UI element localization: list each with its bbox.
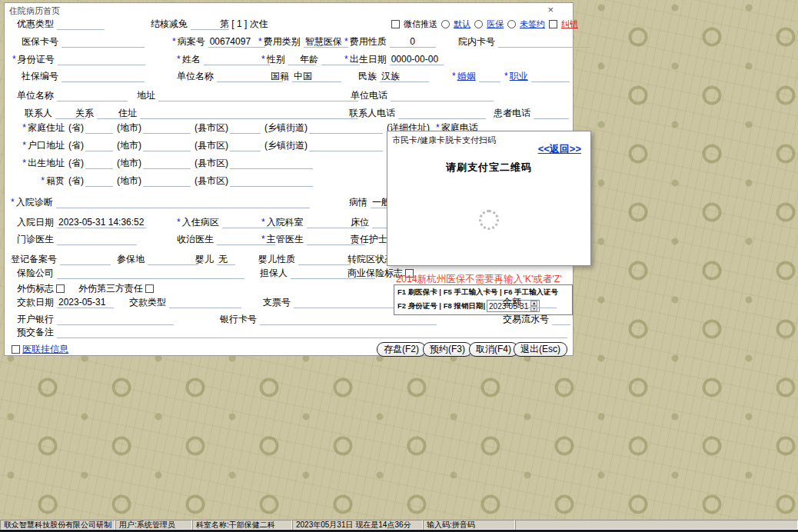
province-annotation: (省) [68,175,84,187]
bank-name-input[interactable] [57,314,174,325]
insurance-card-no-input[interactable] [62,36,145,48]
insured-place-input[interactable] [148,254,198,265]
record-no-input[interactable]: 00674097 [208,36,265,48]
infant-input[interactable]: 无 [217,254,235,265]
field-label: 患者电话 [494,108,530,119]
admission-date-input[interactable]: 2023-05-31 14:36:52 [57,217,146,228]
close-icon[interactable]: × [545,5,556,15]
ethnicity-input[interactable]: 汉族 [380,71,429,82]
employer-address-input[interactable] [158,90,358,101]
book-button[interactable]: 预约(F3) [423,342,472,357]
home-city-input[interactable] [143,122,191,134]
street-annotation: (乡镇街道) [264,140,308,151]
household-city-input[interactable] [143,140,191,151]
field-social-security-no: 社保编号 [22,71,145,82]
save-button[interactable]: 存盘(F2) [377,342,426,357]
payment-date-input[interactable]: 2023-05-31 [57,297,114,308]
field-label: 担保人 [260,268,288,279]
prepay-remark-input[interactable] [57,327,567,338]
field-label: 优惠类型 [17,18,54,30]
trauma-flag-checkbox[interactable] [56,284,65,293]
med-union-link[interactable]: 医联挂信息 [22,344,68,355]
wechat-push-checkbox[interactable] [391,20,400,28]
native-province-input[interactable] [85,175,113,187]
required-marker: * [22,158,26,168]
correction-link[interactable]: 纠错 [561,18,578,30]
loading-spinner-icon [479,210,499,230]
required-marker: * [258,36,262,48]
fee-category-input[interactable]: 智慧医保 [304,36,348,48]
city-annotation: (地市) [117,140,141,151]
employer-name2-input[interactable] [57,90,128,101]
occupation-input[interactable] [531,71,570,82]
marriage-link[interactable]: 婚姻 [457,71,476,82]
trauma-third-party-checkbox[interactable] [145,284,154,293]
default-option-link[interactable]: 默认 [454,18,470,30]
infant-nature-input[interactable] [298,254,351,265]
birth-city-input[interactable] [143,158,191,169]
birth-date-input[interactable]: 0000-00-00 [390,54,444,65]
outpatient-doctor-input[interactable] [57,234,137,245]
street-annotation: (乡镇街道) [264,122,308,134]
field-label: 国籍 [271,71,289,82]
fee-nature-input[interactable]: 0 [390,36,436,48]
med-union-row: 医联挂信息 [9,344,68,355]
employer-phone-input[interactable] [391,90,494,101]
contact-address-input[interactable] [140,108,358,119]
unsigned-radio[interactable] [507,20,516,28]
check-no-input[interactable] [294,297,394,308]
popup-title: 市民卡/健康卡脱卡支付扫码 [392,135,496,146]
correction-checkbox[interactable] [549,20,557,28]
field-label: 金额 [503,297,521,308]
registration-no-input[interactable] [60,254,111,265]
patient-name-input[interactable] [204,54,270,65]
discount-type-input[interactable] [57,18,105,30]
social-security-no-input[interactable] [62,71,145,82]
back-link[interactable]: <<返回>> [538,143,581,155]
home-street-input[interactable] [309,122,383,134]
transaction-no-input[interactable] [552,314,570,325]
field-label: 姓名 [182,54,201,65]
unsigned-option-link[interactable]: 未签约 [520,18,545,30]
yibao-radio[interactable] [474,20,483,28]
field-label: 预交备注 [17,327,54,338]
statusbar-company: 联众智慧科技股份有限公司研制 [0,520,115,530]
insurance-company-input[interactable] [57,268,244,279]
field-label: 院内卡号 [458,36,495,48]
birth-county-input[interactable] [230,158,313,169]
payment-type-input[interactable] [169,297,241,308]
occupation-link[interactable]: 职业 [510,71,528,82]
admission-diagnosis-input[interactable] [56,197,310,208]
statusbar-user: 用户:系统管理员 [115,520,192,530]
county-annotation: (县市区) [195,175,228,187]
default-radio[interactable] [441,20,450,28]
county-annotation: (县市区) [195,140,228,151]
id-card-no-input[interactable] [58,54,145,65]
yibao-option-link[interactable]: 医保 [487,18,504,30]
field-admission-dept: *入院科室 [261,217,365,228]
amount-input[interactable] [524,297,557,308]
province-annotation: (省) [68,158,84,169]
household-province-input[interactable] [85,140,113,151]
hospital-card-no-input[interactable] [498,36,590,48]
statusbar-department: 科室名称:干部保健二科 [192,520,292,530]
contact-phone-input[interactable] [398,108,486,119]
field-label: 出生日期 [350,54,387,65]
statusbar-input-method: 输入码:拼音码 [423,520,515,530]
med-union-checkbox[interactable] [12,345,20,354]
bank-card-no-input[interactable] [260,314,437,325]
native-county-input[interactable] [230,175,313,187]
household-county-input[interactable] [230,140,261,151]
nationality-input[interactable]: 中国 [292,71,341,82]
household-street-input[interactable] [309,140,383,151]
marriage-input[interactable] [479,71,500,82]
field-label: 支票号 [263,297,291,308]
home-county-input[interactable] [230,122,261,134]
cancel-button[interactable]: 取消(F4) [469,342,518,357]
native-city-input[interactable] [143,175,191,187]
home-province-input[interactable] [85,122,113,134]
exit-button[interactable]: 退出(Esc) [514,342,567,357]
required-marker: * [344,36,348,48]
birth-province-input[interactable] [85,158,113,169]
patient-phone-input[interactable] [534,108,569,119]
